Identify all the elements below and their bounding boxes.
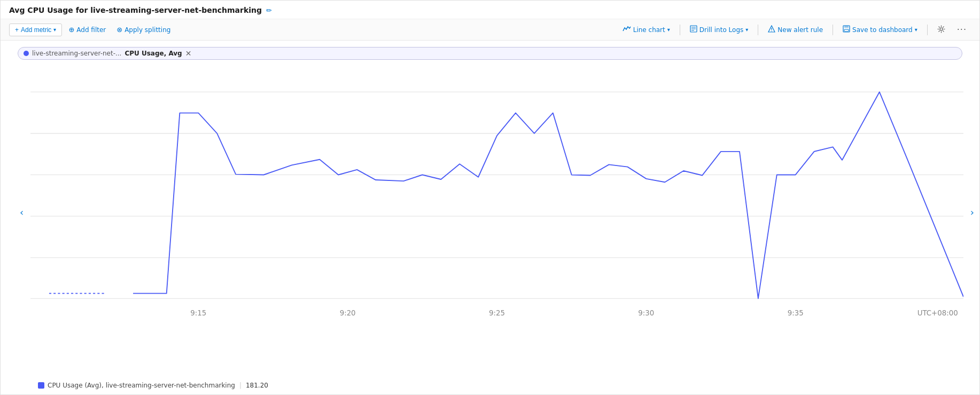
chart-inner: ‹ › 250 200 150 100 50 0 bbox=[30, 72, 963, 352]
divider-2 bbox=[758, 25, 758, 35]
divider-3 bbox=[833, 25, 833, 35]
legend-color-swatch bbox=[38, 382, 44, 389]
add-filter-button[interactable]: ⊕ Add filter bbox=[64, 23, 110, 36]
apply-splitting-button[interactable]: ⊗ Apply splitting bbox=[112, 23, 175, 36]
drill-into-logs-button[interactable]: Drill into Logs ▾ bbox=[686, 23, 753, 36]
chart-nav-right[interactable]: › bbox=[970, 206, 974, 217]
logs-icon bbox=[690, 25, 697, 34]
new-alert-rule-label: New alert rule bbox=[777, 26, 823, 34]
alert-icon bbox=[768, 25, 775, 34]
drill-logs-chevron: ▾ bbox=[745, 27, 748, 33]
add-metric-button[interactable]: + Add metric ▾ bbox=[9, 23, 62, 36]
save-icon bbox=[843, 25, 850, 34]
apply-splitting-label: Apply splitting bbox=[125, 26, 170, 34]
add-metric-label: Add metric bbox=[21, 26, 51, 34]
toolbar: + Add metric ▾ ⊕ Add filter ⊗ Apply spli… bbox=[1, 19, 979, 41]
split-icon: ⊗ bbox=[116, 26, 122, 34]
line-chart-icon bbox=[623, 26, 631, 34]
divider-1 bbox=[680, 25, 680, 35]
svg-point-10 bbox=[940, 28, 943, 30]
svg-text:9:15: 9:15 bbox=[190, 309, 206, 317]
metric-name: CPU Usage, Avg bbox=[125, 50, 182, 57]
more-options-button[interactable]: ··· bbox=[953, 22, 971, 37]
line-chart-label: Line chart bbox=[633, 26, 665, 34]
drill-into-logs-label: Drill into Logs bbox=[699, 26, 743, 34]
chart-area: ‹ › 250 200 150 100 50 0 bbox=[1, 66, 979, 378]
y-axis bbox=[1, 72, 30, 352]
legend-value: 181.20 bbox=[246, 382, 268, 389]
save-to-dashboard-button[interactable]: Save to dashboard ▾ bbox=[838, 23, 922, 36]
divider-4 bbox=[927, 25, 928, 35]
svg-rect-9 bbox=[844, 29, 849, 31]
add-filter-label: Add filter bbox=[76, 26, 106, 34]
settings-button[interactable] bbox=[933, 23, 950, 37]
metric-tag-container: live-streaming-server-net-... CPU Usage,… bbox=[1, 41, 979, 66]
page-title: Avg CPU Usage for live-streaming-server-… bbox=[9, 6, 262, 14]
legend-label: CPU Usage (Avg), live-streaming-server-n… bbox=[48, 382, 235, 389]
save-dashboard-label: Save to dashboard bbox=[852, 26, 913, 34]
svg-text:9:25: 9:25 bbox=[489, 309, 505, 317]
toolbar-right: Line chart ▾ Drill into Logs ▾ bbox=[618, 22, 971, 37]
metric-dot bbox=[24, 51, 29, 56]
metric-remove-button[interactable]: ✕ bbox=[185, 50, 192, 57]
plus-icon: + bbox=[15, 26, 19, 34]
new-alert-rule-button[interactable]: New alert rule bbox=[764, 23, 827, 36]
line-chart-chevron: ▾ bbox=[667, 27, 670, 33]
main-container: Avg CPU Usage for live-streaming-server-… bbox=[0, 0, 980, 395]
title-bar: Avg CPU Usage for live-streaming-server-… bbox=[1, 1, 979, 19]
funnel-icon: ⊕ bbox=[68, 26, 74, 34]
chart-nav-left[interactable]: ‹ bbox=[20, 206, 24, 217]
toolbar-left: + Add metric ▾ ⊕ Add filter ⊗ Apply spli… bbox=[9, 23, 175, 36]
svg-rect-8 bbox=[844, 26, 849, 28]
svg-text:UTC+08:00: UTC+08:00 bbox=[917, 309, 958, 317]
legend-separator: | bbox=[239, 382, 242, 389]
save-chevron: ▾ bbox=[915, 27, 917, 33]
gear-icon bbox=[937, 25, 945, 35]
add-metric-chevron: ▾ bbox=[53, 27, 56, 33]
ellipsis-icon: ··· bbox=[957, 25, 967, 35]
line-chart-button[interactable]: Line chart ▾ bbox=[618, 23, 674, 36]
metric-resource: live-streaming-server-net-... bbox=[32, 50, 121, 57]
svg-text:9:35: 9:35 bbox=[788, 309, 804, 317]
legend: CPU Usage (Avg), live-streaming-server-n… bbox=[1, 378, 979, 394]
edit-title-icon[interactable]: ✏ bbox=[266, 6, 272, 14]
svg-text:9:30: 9:30 bbox=[638, 309, 654, 317]
svg-point-6 bbox=[772, 30, 772, 31]
metric-tag: live-streaming-server-net-... CPU Usage,… bbox=[18, 47, 962, 60]
svg-text:9:20: 9:20 bbox=[340, 309, 356, 317]
